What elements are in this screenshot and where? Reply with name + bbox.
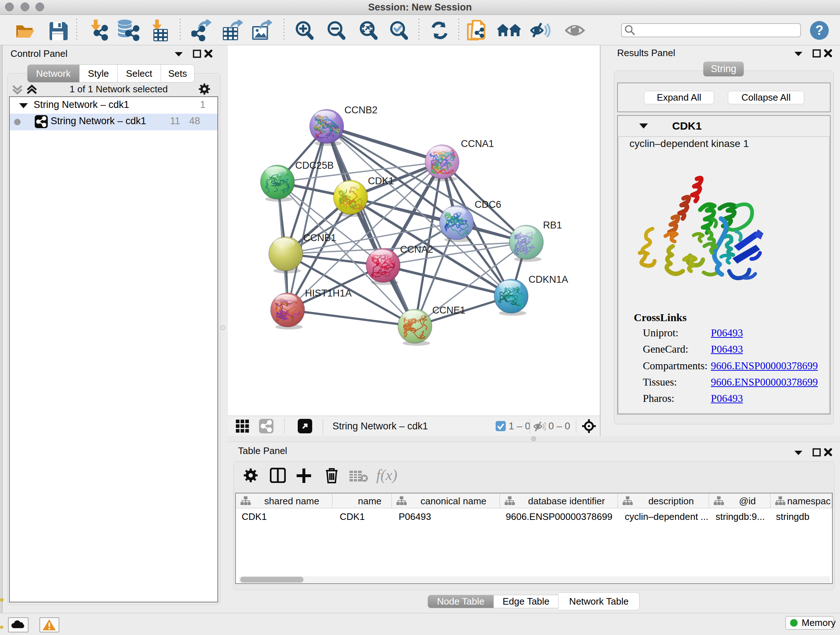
svg-text:RB1: RB1 [543,220,562,231]
svg-text:CDC25B: CDC25B [295,160,334,171]
svg-text:CCNB2: CCNB2 [344,105,378,116]
svg-text:CCNA2: CCNA2 [400,244,433,255]
svg-text:CDC6: CDC6 [475,199,501,210]
svg-text:CDKN1A: CDKN1A [529,274,568,285]
svg-text:CCNA1: CCNA1 [461,138,494,149]
svg-text:CCNE1: CCNE1 [432,305,466,316]
svg-text:?: ? [815,23,823,38]
svg-text:CCNB1: CCNB1 [303,233,336,243]
svg-text:CDK1: CDK1 [368,176,394,187]
svg-text:HIST1H1A: HIST1H1A [305,288,352,299]
